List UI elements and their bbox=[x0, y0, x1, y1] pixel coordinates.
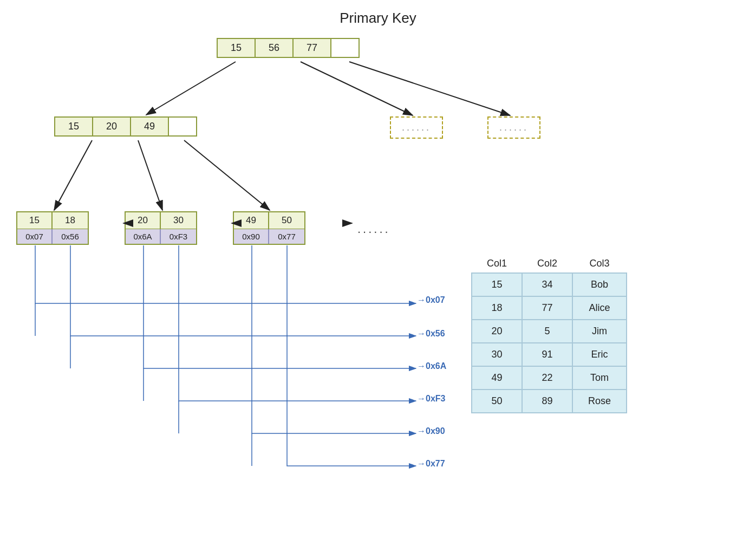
svg-line-4 bbox=[349, 62, 510, 115]
table-cell-0-1: 34 bbox=[522, 273, 572, 296]
arrows-svg bbox=[0, 0, 756, 558]
leaf-node-3: 49 50 0x90 0x77 bbox=[233, 211, 305, 245]
table-cell-2-1: 5 bbox=[522, 320, 572, 343]
root-cell-2: 77 bbox=[294, 39, 331, 57]
table-cell-0-2: Bob bbox=[572, 273, 627, 296]
pointer-0x90: →0x90 bbox=[417, 426, 445, 436]
table-row: 4922Tom bbox=[472, 366, 627, 390]
leaf1-bottom-row: 0x07 0x56 bbox=[17, 229, 88, 244]
col-header-2: Col2 bbox=[522, 255, 572, 273]
pointer-0x77: →0x77 bbox=[417, 459, 445, 469]
leaf3-bot-0: 0x90 bbox=[234, 229, 269, 244]
root-node: 15 56 77 bbox=[217, 38, 360, 58]
root-cell-1: 56 bbox=[256, 39, 294, 57]
col-header-3: Col3 bbox=[572, 255, 627, 273]
table-row: 5089Rose bbox=[472, 390, 627, 413]
table-cell-2-2: Jim bbox=[572, 320, 627, 343]
leaf1-top-row: 15 18 bbox=[17, 212, 88, 229]
table-cell-4-1: 22 bbox=[522, 366, 572, 390]
table-cell-3-1: 91 bbox=[522, 343, 572, 366]
pointer-0x56: →0x56 bbox=[417, 329, 445, 339]
page-title: Primary Key bbox=[0, 10, 756, 27]
svg-line-5 bbox=[54, 140, 92, 210]
svg-line-7 bbox=[184, 140, 270, 210]
leaf2-top-1: 30 bbox=[161, 212, 196, 229]
table-row: 1534Bob bbox=[472, 273, 627, 296]
dots-middle: ...... bbox=[357, 222, 390, 236]
svg-line-2 bbox=[146, 62, 236, 115]
table-cell-5-0: 50 bbox=[472, 390, 522, 413]
table-cell-3-0: 30 bbox=[472, 343, 522, 366]
leaf1-top-0: 15 bbox=[17, 212, 53, 229]
table-cell-5-2: Rose bbox=[572, 390, 627, 413]
leaf3-bottom-row: 0x90 0x77 bbox=[234, 229, 304, 244]
level1-left-node: 15 20 49 bbox=[54, 116, 197, 137]
leaf-node-1: 15 18 0x07 0x56 bbox=[16, 211, 89, 245]
l1l-cell-empty bbox=[169, 118, 196, 135]
pointer-0x6A: →0x6A bbox=[417, 361, 446, 371]
leaf3-bot-1: 0x77 bbox=[269, 229, 304, 244]
root-cell-empty bbox=[331, 39, 359, 57]
pointer-0x07: →0x07 bbox=[417, 295, 445, 305]
l1l-cell-2: 49 bbox=[131, 118, 169, 135]
leaf1-top-1: 18 bbox=[53, 212, 88, 229]
table-cell-3-2: Eric bbox=[572, 343, 627, 366]
table-row: 1877Alice bbox=[472, 296, 627, 320]
leaf3-top-row: 49 50 bbox=[234, 212, 304, 229]
col-header-1: Col1 bbox=[472, 255, 522, 273]
table-cell-1-2: Alice bbox=[572, 296, 627, 320]
leaf2-bot-0: 0x6A bbox=[126, 229, 161, 244]
dashed-node-1: ...... bbox=[390, 116, 443, 139]
svg-line-6 bbox=[138, 140, 162, 210]
table-cell-4-2: Tom bbox=[572, 366, 627, 390]
root-cell-0: 15 bbox=[218, 39, 256, 57]
table-cell-4-0: 49 bbox=[472, 366, 522, 390]
table-cell-1-0: 18 bbox=[472, 296, 522, 320]
svg-line-3 bbox=[301, 62, 413, 115]
leaf1-bot-0: 0x07 bbox=[17, 229, 53, 244]
dashed-node-2: ...... bbox=[487, 116, 540, 139]
table-cell-1-1: 77 bbox=[522, 296, 572, 320]
l1l-cell-1: 20 bbox=[93, 118, 131, 135]
table-cell-0-0: 15 bbox=[472, 273, 522, 296]
leaf2-top-0: 20 bbox=[126, 212, 161, 229]
leaf2-bottom-row: 0x6A 0xF3 bbox=[126, 229, 196, 244]
table-cell-2-0: 20 bbox=[472, 320, 522, 343]
leaf1-bot-1: 0x56 bbox=[53, 229, 88, 244]
leaf-node-2: 20 30 0x6A 0xF3 bbox=[125, 211, 197, 245]
data-table: Col1 Col2 Col3 1534Bob1877Alice205Jim309… bbox=[471, 255, 627, 413]
table-row: 205Jim bbox=[472, 320, 627, 343]
table-row: 3091Eric bbox=[472, 343, 627, 366]
l1l-cell-0: 15 bbox=[55, 118, 93, 135]
leaf2-bot-1: 0xF3 bbox=[161, 229, 196, 244]
table-cell-5-1: 89 bbox=[522, 390, 572, 413]
leaf2-top-row: 20 30 bbox=[126, 212, 196, 229]
leaf3-top-1: 50 bbox=[269, 212, 304, 229]
pointer-0xF3: →0xF3 bbox=[417, 394, 445, 404]
leaf3-top-0: 49 bbox=[234, 212, 269, 229]
